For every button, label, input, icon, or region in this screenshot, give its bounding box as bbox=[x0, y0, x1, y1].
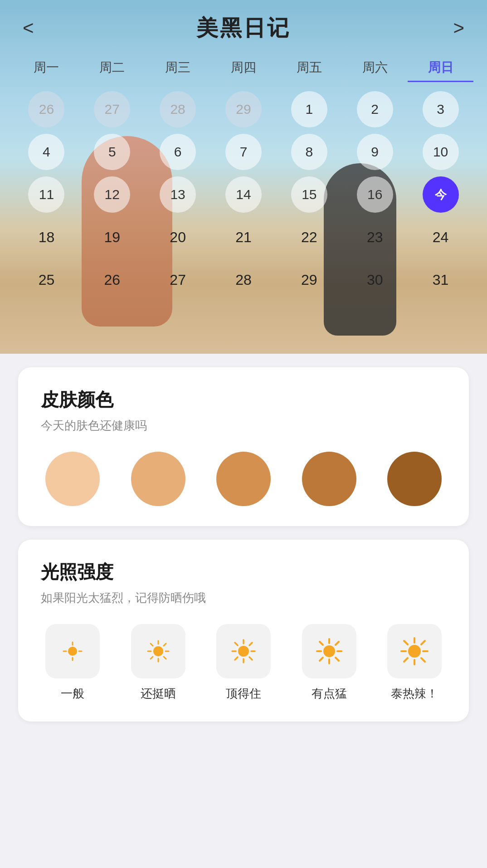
day-20: 20 bbox=[160, 219, 196, 255]
day-24: 24 bbox=[423, 219, 459, 255]
day-cell[interactable]: 27 bbox=[79, 91, 145, 127]
sun-label-3: 顶得住 bbox=[226, 686, 261, 702]
skin-color-1[interactable] bbox=[45, 452, 100, 506]
day-cell[interactable]: 30 bbox=[342, 262, 408, 298]
svg-line-21 bbox=[249, 643, 252, 645]
svg-point-14 bbox=[238, 646, 249, 657]
day-cell[interactable]: 26 bbox=[14, 91, 79, 127]
day-cell[interactable]: 18 bbox=[14, 219, 79, 255]
day-cell[interactable]: 11 bbox=[14, 176, 79, 213]
day-cell[interactable]: 31 bbox=[408, 262, 473, 298]
weekday-sat[interactable]: 周六 bbox=[342, 54, 408, 82]
sun-label-5: 泰热辣！ bbox=[391, 686, 438, 702]
svg-line-29 bbox=[336, 658, 339, 661]
day-cell[interactable]: 21 bbox=[211, 219, 277, 255]
day-4: 4 bbox=[28, 134, 64, 170]
sun-level-4[interactable]: 有点猛 bbox=[302, 624, 356, 702]
day-cell[interactable]: 12 bbox=[79, 176, 145, 213]
sun-level-5[interactable]: 泰热辣！ bbox=[387, 624, 442, 702]
prev-button[interactable]: < bbox=[23, 17, 34, 39]
skin-color-3[interactable] bbox=[216, 452, 271, 506]
sun-icon-wrap-1 bbox=[45, 624, 100, 678]
day-cell[interactable]: 13 bbox=[145, 176, 211, 213]
day-cell[interactable]: 1 bbox=[276, 91, 342, 127]
weekday-mon[interactable]: 周一 bbox=[14, 54, 79, 82]
day-30: 30 bbox=[357, 262, 393, 298]
skin-color-2[interactable] bbox=[131, 452, 185, 506]
day-cell[interactable]: 24 bbox=[408, 219, 473, 255]
day-cell[interactable]: 5 bbox=[79, 134, 145, 170]
day-cell[interactable]: 8 bbox=[276, 134, 342, 170]
day-cell[interactable]: 27 bbox=[145, 262, 211, 298]
weekday-tue[interactable]: 周二 bbox=[79, 54, 145, 82]
day-cell[interactable]: 10 bbox=[408, 134, 473, 170]
calendar-grid: 26 27 28 29 1 2 3 4 5 6 7 8 9 10 11 12 1… bbox=[14, 91, 473, 298]
day-cell[interactable]: 9 bbox=[342, 134, 408, 170]
day-5: 5 bbox=[94, 134, 130, 170]
app-container: < 美黑日记 > 周一 周二 周三 周四 周五 周六 周日 26 27 28 bbox=[0, 0, 487, 868]
sun-icon-wrap-2 bbox=[131, 624, 185, 678]
day-11: 11 bbox=[28, 176, 64, 213]
sun-level-3[interactable]: 顶得住 bbox=[216, 624, 271, 702]
day-cell[interactable]: 今 bbox=[408, 176, 473, 213]
day-29: 29 bbox=[291, 262, 327, 298]
svg-line-20 bbox=[249, 657, 252, 660]
day-cell[interactable]: 28 bbox=[211, 262, 277, 298]
svg-line-22 bbox=[235, 657, 238, 660]
day-cell[interactable]: 7 bbox=[211, 134, 277, 170]
sun-label-2: 还挺晒 bbox=[141, 686, 176, 702]
day-21: 21 bbox=[225, 219, 262, 255]
svg-line-11 bbox=[164, 657, 166, 659]
day-cell[interactable]: 3 bbox=[408, 91, 473, 127]
day-26-prev: 26 bbox=[28, 91, 64, 127]
light-intensity-card: 光照强度 如果阳光太猛烈，记得防晒伤哦 一般 bbox=[18, 540, 469, 722]
day-cell[interactable]: 14 bbox=[211, 176, 277, 213]
svg-line-28 bbox=[320, 642, 323, 645]
sun-icon-4 bbox=[316, 638, 342, 664]
weekday-wed[interactable]: 周三 bbox=[145, 54, 211, 82]
skin-card-subtitle: 今天的肤色还健康吗 bbox=[41, 418, 446, 434]
day-cell[interactable]: 20 bbox=[145, 219, 211, 255]
svg-point-23 bbox=[323, 645, 335, 657]
day-cell[interactable]: 29 bbox=[211, 91, 277, 127]
skin-color-row bbox=[41, 452, 446, 506]
day-cell[interactable]: 26 bbox=[79, 262, 145, 298]
day-cell[interactable]: 22 bbox=[276, 219, 342, 255]
svg-line-19 bbox=[235, 643, 238, 645]
sun-icon-5 bbox=[400, 637, 429, 665]
next-button[interactable]: > bbox=[453, 17, 464, 39]
day-28: 28 bbox=[225, 262, 262, 298]
weekday-thu[interactable]: 周四 bbox=[211, 54, 277, 82]
weekday-row: 周一 周二 周三 周四 周五 周六 周日 bbox=[14, 54, 473, 82]
day-cell[interactable]: 28 bbox=[145, 91, 211, 127]
day-cell[interactable]: 4 bbox=[14, 134, 79, 170]
sun-icon-wrap-3 bbox=[216, 624, 271, 678]
day-cell[interactable]: 16 bbox=[342, 176, 408, 213]
day-26: 26 bbox=[94, 262, 130, 298]
header-section: < 美黑日记 > 周一 周二 周三 周四 周五 周六 周日 26 27 28 bbox=[0, 0, 487, 354]
skin-color-5[interactable] bbox=[387, 452, 442, 506]
day-today: 今 bbox=[423, 176, 459, 213]
day-cell[interactable]: 2 bbox=[342, 91, 408, 127]
day-12: 12 bbox=[94, 176, 130, 213]
day-cell[interactable]: 25 bbox=[14, 262, 79, 298]
weekday-sun[interactable]: 周日 bbox=[408, 54, 473, 82]
sun-level-1[interactable]: 一般 bbox=[45, 624, 100, 702]
day-cell[interactable]: 15 bbox=[276, 176, 342, 213]
day-23: 23 bbox=[357, 219, 393, 255]
sun-icon-wrap-5 bbox=[387, 624, 442, 678]
day-19: 19 bbox=[94, 219, 130, 255]
skin-color-4[interactable] bbox=[302, 452, 356, 506]
day-cell[interactable]: 6 bbox=[145, 134, 211, 170]
day-cell[interactable]: 19 bbox=[79, 219, 145, 255]
weekday-fri[interactable]: 周五 bbox=[276, 54, 342, 82]
sun-icon-3 bbox=[231, 639, 256, 663]
day-6: 6 bbox=[160, 134, 196, 170]
sun-level-2[interactable]: 还挺晒 bbox=[131, 624, 185, 702]
svg-line-39 bbox=[421, 641, 425, 644]
day-7: 7 bbox=[225, 134, 262, 170]
day-cell[interactable]: 23 bbox=[342, 219, 408, 255]
page-title: 美黑日记 bbox=[196, 14, 291, 43]
day-cell[interactable]: 29 bbox=[276, 262, 342, 298]
sun-intensity-row: 一般 bbox=[41, 624, 446, 702]
